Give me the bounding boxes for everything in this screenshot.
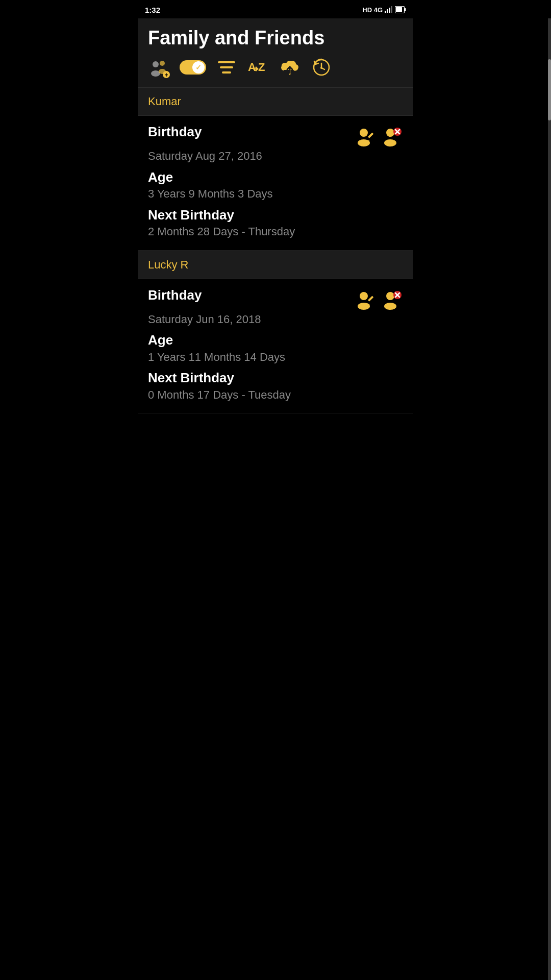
- lucky-remove-button[interactable]: [381, 288, 403, 311]
- lucky-edit-button[interactable]: [354, 288, 377, 311]
- add-person-button[interactable]: +: [148, 56, 170, 79]
- kumar-next-birthday-value: 2 Months 28 Days - Thursday: [148, 224, 403, 240]
- kumar-age-value: 3 Years 9 Months 3 Days: [148, 186, 403, 202]
- kumar-birthday-row: Birthday: [148, 124, 403, 148]
- svg-point-7: [153, 61, 159, 67]
- status-icons: HD 4G: [362, 6, 406, 14]
- toolbar: + ✓ A Z: [148, 56, 403, 79]
- svg-rect-2: [389, 8, 390, 13]
- svg-point-32: [360, 292, 368, 300]
- svg-rect-15: [222, 71, 231, 74]
- kumar-next-birthday-label: Next Birthday: [148, 207, 403, 223]
- lucky-birthday-value: Saturday Jun 16, 2018: [148, 312, 403, 328]
- header: Family and Friends + ✓: [138, 18, 413, 87]
- svg-point-37: [384, 303, 396, 310]
- section-lucky-name: Lucky R: [148, 258, 188, 271]
- history-icon: [312, 58, 331, 77]
- svg-rect-0: [385, 11, 386, 13]
- svg-point-22: [320, 67, 322, 69]
- sort-az-button[interactable]: A Z: [247, 56, 269, 79]
- svg-point-28: [384, 139, 396, 146]
- toggle-check-icon: ✓: [195, 63, 202, 71]
- battery-icon: [395, 6, 406, 13]
- upload-button[interactable]: [279, 56, 301, 79]
- page-title: Family and Friends: [148, 28, 403, 49]
- lucky-next-birthday-label: Next Birthday: [148, 370, 403, 386]
- svg-point-9: [160, 61, 165, 66]
- svg-text:+: +: [165, 71, 168, 79]
- lucky-action-icons: [354, 288, 403, 311]
- kumar-birthday-value: Saturday Aug 27, 2016: [148, 149, 403, 164]
- toggle-button[interactable]: ✓: [180, 60, 206, 75]
- svg-point-23: [360, 129, 368, 137]
- svg-rect-1: [387, 9, 388, 13]
- toggle-knob: ✓: [192, 61, 205, 74]
- svg-rect-14: [220, 66, 233, 68]
- lucky-birthday-row: Birthday: [148, 287, 403, 311]
- kumar-edit-button[interactable]: [354, 125, 377, 148]
- lucky-age-label: Age: [148, 332, 403, 348]
- lucky-birthday-label: Birthday: [148, 287, 202, 303]
- sort-az-icon: A Z: [248, 59, 268, 76]
- svg-rect-5: [396, 7, 402, 12]
- svg-rect-6: [405, 8, 406, 11]
- section-lucky: Lucky R: [138, 251, 413, 279]
- svg-point-27: [386, 129, 394, 137]
- svg-rect-3: [391, 6, 392, 13]
- svg-point-36: [386, 292, 394, 300]
- upload-icon: [280, 59, 299, 76]
- status-bar: 1:32 HD 4G: [138, 0, 413, 18]
- svg-text:Z: Z: [258, 61, 265, 74]
- filter-icon: [218, 60, 235, 75]
- lucky-card: Birthday Saturday Jun: [138, 279, 413, 414]
- section-kumar-name: Kumar: [148, 95, 181, 108]
- section-kumar: Kumar: [138, 87, 413, 116]
- kumar-birthday-label: Birthday: [148, 124, 202, 140]
- kumar-remove-button[interactable]: [381, 125, 403, 148]
- kumar-action-icons: [354, 125, 403, 148]
- status-time: 1:32: [145, 6, 160, 14]
- filter-button[interactable]: [215, 56, 238, 79]
- svg-text:A: A: [248, 61, 256, 74]
- svg-rect-34: [368, 296, 373, 301]
- lucky-age-value: 1 Years 11 Months 14 Days: [148, 350, 403, 365]
- kumar-card: Birthday: [138, 116, 413, 251]
- kumar-age-label: Age: [148, 169, 403, 185]
- lucky-next-birthday-value: 0 Months 17 Days - Tuesday: [148, 387, 403, 403]
- svg-rect-13: [218, 61, 235, 63]
- network-label: HD 4G: [362, 6, 383, 14]
- signal-icon: [385, 6, 393, 14]
- history-button[interactable]: [310, 56, 333, 79]
- svg-rect-25: [368, 132, 373, 138]
